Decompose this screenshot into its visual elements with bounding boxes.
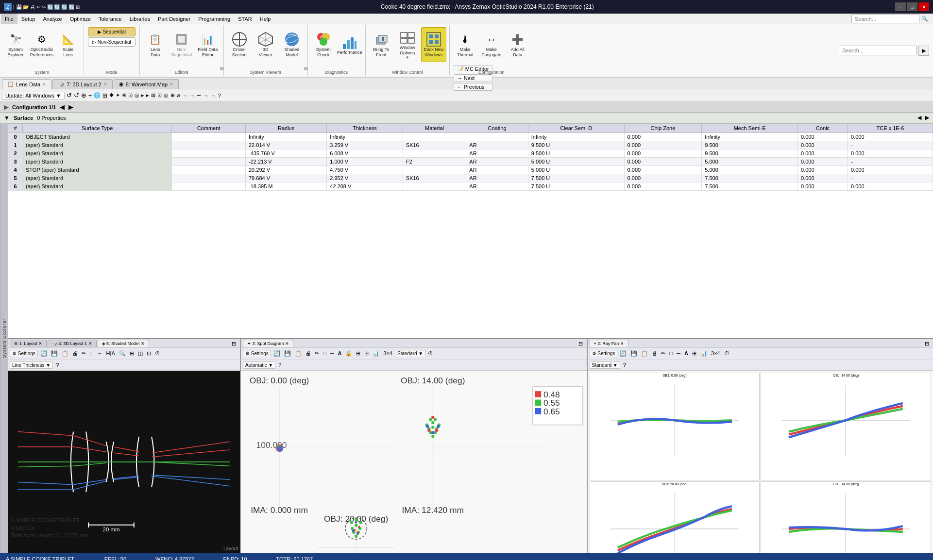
cell-row5-col6[interactable]: AR	[466, 174, 528, 182]
opticstudio-prefs-button[interactable]: ⚙ OpticStudioPreferences	[29, 27, 54, 62]
cell-row6-col0[interactable]: 6	[8, 182, 23, 191]
tb2-globe[interactable]: 🌐	[94, 92, 101, 99]
cell-row1-col6[interactable]: AR	[466, 141, 528, 149]
layout-tb-clock[interactable]: ⏱	[153, 350, 162, 357]
cell-row0-col8[interactable]: 0.000	[624, 133, 702, 141]
cell-row5-col0[interactable]: 5	[8, 174, 23, 182]
cell-row2-col0[interactable]: 2	[8, 149, 23, 158]
spot-diagram-tab[interactable]: ✦ 3: Spot Diagram ✕	[243, 340, 293, 347]
cell-row2-col10[interactable]: 0.000	[798, 149, 848, 158]
maximize-button[interactable]: □	[907, 2, 917, 11]
ray-fan-tab[interactable]: + 2: Ray Fan ✕	[590, 340, 628, 347]
update-dropdown-button[interactable]: Update: All Windows ▼	[2, 92, 65, 99]
layout-tb-edit[interactable]: ✏	[80, 350, 87, 357]
cell-row5-col5[interactable]: SK16	[403, 174, 466, 182]
cell-row6-col8[interactable]: 0.000	[624, 182, 702, 191]
tb2-star[interactable]: ✱	[109, 92, 114, 99]
cell-row0-col6[interactable]	[466, 133, 528, 141]
cell-row3-col1[interactable]: (aper) Standard	[23, 158, 172, 166]
cell-row0-col7[interactable]: Infinity	[528, 133, 624, 141]
layout-tb-grid[interactable]: ⊞	[128, 350, 136, 357]
spot-automatic-dropdown[interactable]: Automatic ▼	[243, 362, 275, 369]
layout-tb-arrow[interactable]: →	[96, 350, 104, 357]
ray-refresh[interactable]: 🔄	[618, 350, 628, 357]
cell-row4-col7[interactable]: 5.000 U	[528, 166, 624, 174]
tb2-refresh2[interactable]: ↺	[74, 92, 79, 99]
cell-row1-col10[interactable]: 0.000	[798, 141, 848, 149]
layout-tb-copy[interactable]: 📋	[60, 350, 70, 357]
ray-fan-minimize[interactable]: ⊟	[923, 341, 931, 347]
cell-row3-col7[interactable]: 5.000 U	[528, 158, 624, 166]
spot-grid3x4[interactable]: 3×4	[382, 350, 394, 357]
cell-row5-col8[interactable]: 0.000	[624, 174, 702, 182]
surface-next-button[interactable]: ▶	[925, 115, 929, 121]
next-config-button[interactable]: → Next	[454, 74, 492, 82]
main-search-input[interactable]	[839, 46, 916, 55]
menu-tolerance[interactable]: Tolerance	[95, 14, 126, 24]
cell-row5-col2[interactable]	[172, 174, 246, 182]
cell-row5-col10[interactable]: 0.000	[798, 174, 848, 182]
table-row[interactable]: 4STOP (aper) Standard20.292 V4.750 VAR5.…	[8, 166, 933, 174]
layout-tb-ha[interactable]: H|A	[105, 350, 117, 357]
cell-row3-col0[interactable]: 3	[8, 158, 23, 166]
performance-button[interactable]: Performance	[337, 27, 362, 62]
tb2-arrow1[interactable]: ▸	[141, 92, 144, 99]
cell-row5-col4[interactable]: 2.952 V	[327, 174, 403, 182]
table-row[interactable]: 3(aper) Standard-22.213 V1.000 VF2AR5.00…	[8, 158, 933, 166]
cell-row2-col2[interactable]	[172, 149, 246, 158]
cell-row0-col2[interactable]	[172, 133, 246, 141]
cell-row3-col5[interactable]: F2	[403, 158, 466, 166]
ray-rect[interactable]: □	[668, 350, 674, 357]
layout-tab-1[interactable]: ⊕ 1: Layout ✕	[10, 340, 47, 347]
menu-programming[interactable]: Programming	[194, 14, 234, 24]
cell-row0-col11[interactable]: 0.000	[848, 133, 933, 141]
non-sequential-button[interactable]: 🔲 Non-Sequential	[169, 27, 194, 62]
config-next-button[interactable]: ▶	[68, 103, 73, 111]
tb2-box-sq[interactable]: ⊡	[157, 92, 162, 99]
add-all-data-button[interactable]: ➕ Add AllData	[505, 27, 530, 62]
system-explorer-button[interactable]: 🔭 SystemExplorer	[3, 27, 28, 62]
cross-section-button[interactable]: Cross-Section	[227, 27, 252, 62]
spot-clock[interactable]: ⏱	[426, 350, 435, 357]
cell-row3-col10[interactable]: 0.000	[798, 158, 848, 166]
cell-row2-col8[interactable]: 0.000	[624, 149, 702, 158]
spot-copy[interactable]: 📋	[293, 350, 303, 357]
spot-more1[interactable]: ⊡	[363, 350, 370, 357]
table-row[interactable]: 1(aper) Standard22.014 V3.259 VSK16AR9.5…	[8, 141, 933, 149]
spot-edit[interactable]: ✏	[313, 350, 321, 357]
tb2-ar5[interactable]: →	[210, 93, 216, 99]
spot-standard-dropdown[interactable]: Standard ▼	[395, 350, 425, 357]
cell-row3-col11[interactable]: -	[848, 158, 933, 166]
config-prev-button[interactable]: ◀	[60, 103, 65, 111]
cell-row1-col0[interactable]: 1	[8, 141, 23, 149]
cell-row1-col2[interactable]	[172, 141, 246, 149]
close-button[interactable]: ✕	[918, 2, 929, 11]
tb2-plus[interactable]: +	[88, 92, 92, 99]
cell-row0-col9[interactable]: Infinity	[702, 133, 798, 141]
cell-row2-col11[interactable]: 0.000	[848, 149, 933, 158]
system-check-button[interactable]: ✓ SystemCheck	[311, 27, 336, 62]
tb2-help[interactable]: ?	[218, 93, 221, 99]
layout-tb-more2[interactable]: ⊡	[145, 350, 153, 357]
cell-row2-col9[interactable]: 9.500	[702, 149, 798, 158]
ray-dash[interactable]: ─	[675, 350, 682, 357]
main-search-go-button[interactable]: ▶	[918, 46, 929, 56]
table-row[interactable]: 0OBJECT StandardInfinityInfinityInfinity…	[8, 133, 933, 141]
side-explorer-tab[interactable]: System Explorer	[0, 123, 8, 553]
spot-panel-minimize[interactable]: ⊟	[577, 341, 585, 347]
cell-row4-col5[interactable]	[403, 166, 466, 174]
tb2-box-x[interactable]: ⊠	[151, 92, 155, 99]
cell-row5-col7[interactable]: 7.500 U	[528, 174, 624, 182]
tb2-circle[interactable]: ◎	[135, 92, 139, 99]
spot-rect[interactable]: □	[322, 350, 328, 357]
bring-to-front-button[interactable]: ⬆ Bring ToFront	[369, 27, 394, 62]
cell-row1-col5[interactable]: SK16	[403, 141, 466, 149]
cell-row4-col6[interactable]: AR	[466, 166, 528, 174]
cell-row4-col4[interactable]: 4.750 V	[327, 166, 403, 174]
layout-tb-more1[interactable]: ◫	[136, 350, 144, 357]
cell-row6-col11[interactable]: 0.000	[848, 182, 933, 191]
cell-row0-col10[interactable]: 0.000	[798, 133, 848, 141]
spot-chart[interactable]: 📊	[371, 350, 381, 357]
cell-row0-col5[interactable]	[403, 133, 466, 141]
lens-data-button[interactable]: 📋 LensData	[143, 27, 168, 62]
